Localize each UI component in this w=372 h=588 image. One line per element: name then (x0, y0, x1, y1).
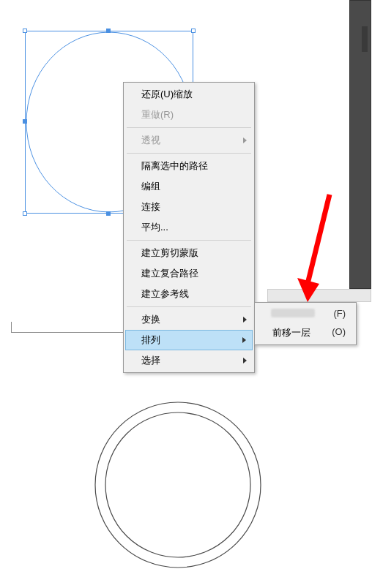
menu-compound[interactable]: 建立复合路径 (125, 263, 253, 284)
menu-separator (127, 127, 251, 128)
resize-handle-tr[interactable] (191, 29, 196, 33)
submenu-bring-to-front[interactable]: (F) (256, 304, 354, 323)
menu-undo[interactable]: 还原(U)缩放 (125, 84, 253, 105)
svg-point-3 (95, 402, 261, 568)
menu-ungroup[interactable]: 编组 (125, 176, 253, 197)
censored-area (271, 309, 315, 317)
shortcut-label: (O) (332, 326, 346, 339)
side-panel (349, 0, 371, 289)
ruler-horizontal (11, 332, 124, 333)
anchor-left[interactable] (23, 120, 27, 124)
status-bar (267, 289, 371, 302)
menu-guides[interactable]: 建立参考线 (125, 284, 253, 304)
svg-point-4 (105, 412, 250, 557)
menu-average[interactable]: 平均... (125, 217, 253, 238)
result-ring-shape (94, 401, 262, 569)
menu-separator (127, 306, 251, 307)
menu-perspective: 透视 (125, 130, 253, 151)
arrange-submenu: (F) 前移一层 (O) (254, 302, 357, 345)
menu-select[interactable]: 选择 (125, 350, 253, 371)
menu-join[interactable]: 连接 (125, 197, 253, 217)
menu-clipmask[interactable]: 建立剪切蒙版 (125, 243, 253, 263)
menu-arrange[interactable]: 排列 (125, 330, 253, 350)
menu-redo: 重做(R) (125, 105, 253, 125)
ruler-corner (11, 322, 12, 332)
resize-handle-tl[interactable] (23, 29, 27, 33)
anchor-bottom[interactable] (107, 211, 111, 215)
chevron-right-icon (243, 358, 247, 363)
resize-handle-bl[interactable] (23, 211, 27, 216)
chevron-right-icon (242, 337, 246, 343)
anchor-top[interactable] (107, 29, 111, 33)
menu-isolate[interactable]: 隔离选中的路径 (125, 156, 253, 176)
submenu-label: 前移一层 (272, 326, 310, 339)
menu-separator (127, 153, 251, 154)
menu-separator (127, 240, 251, 241)
chevron-right-icon (243, 137, 247, 143)
chevron-right-icon (243, 317, 247, 323)
shortcut-label: (F) (333, 308, 346, 319)
context-menu: 还原(U)缩放 重做(R) 透视 隔离选中的路径 编组 连接 平均... 建立剪… (123, 82, 255, 373)
panel-scrollbar[interactable] (362, 26, 368, 52)
menu-transform[interactable]: 变换 (125, 309, 253, 330)
submenu-bring-forward[interactable]: 前移一层 (O) (256, 323, 354, 343)
